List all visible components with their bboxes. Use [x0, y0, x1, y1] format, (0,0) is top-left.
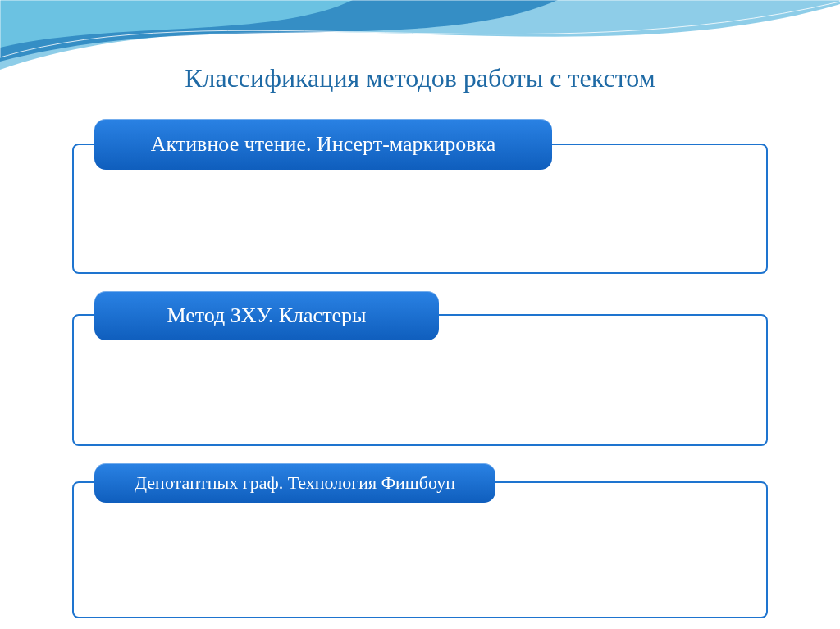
- method-block-2: Метод ЗХУ. Кластеры: [72, 291, 768, 443]
- slide-title: Классификация методов работы с текстом: [0, 63, 840, 93]
- method-block-3: Денотантных граф. Технология Фишбоун: [72, 463, 768, 615]
- method-header-2: Метод ЗХУ. Кластеры: [94, 291, 439, 340]
- method-header-1: Активное чтение. Инсерт-маркировка: [94, 119, 552, 170]
- method-block-1: Активное чтение. Инсерт-маркировка: [72, 119, 768, 271]
- method-stack: Активное чтение. Инсерт-маркировка Метод…: [72, 119, 768, 629]
- method-header-3: Денотантных граф. Технология Фишбоун: [94, 463, 495, 503]
